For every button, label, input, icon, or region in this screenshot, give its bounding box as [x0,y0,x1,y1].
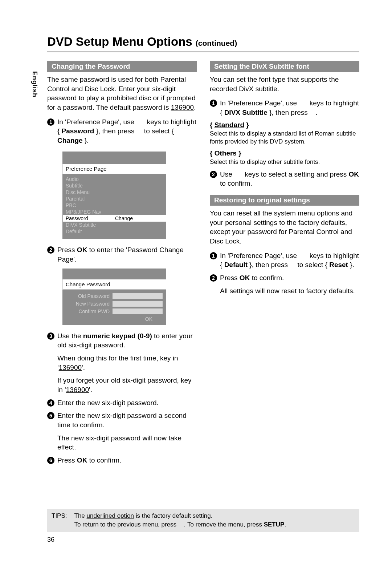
change-password-mockup: Change Password Old Password New Passwor… [62,269,166,325]
ui-titlebar-bg [62,152,166,164]
step-5: 5 Enter the new six-digit password a sec… [47,411,197,429]
pw-body: Old Password New Password Confirm PWD OK [62,290,166,325]
list-item: DIVX Subtitle [63,222,112,228]
list-item: Audio [63,176,112,182]
step-bullet-4: 4 [47,399,54,407]
list-item: Subtitle [63,182,112,189]
ui-list: Audio Subtitle Disc Menu Parental PBC MP… [62,174,166,239]
default-password: 136900 [171,104,194,111]
tips-label: TIPS: [52,512,67,529]
intro-paragraph: The same password is used for both Paren… [47,75,197,112]
step-6: 6 Press OK to confirm. [47,456,197,465]
step-bullet-1: 1 [210,252,217,259]
list-item: PBC [63,202,112,209]
list-item-selected: Password [63,215,112,222]
divx-intro: You can set the font type that supports … [210,75,359,93]
step-bullet-3: 3 [47,332,54,340]
pw-field [113,301,163,307]
pw-field [113,308,163,314]
step-3-sub1: When doing this for the first time, key … [57,354,197,372]
right-column: Setting the DivX Subtitle font You can s… [210,61,359,468]
step-1: 1 In 'Preference Page', use keys to high… [47,117,197,145]
preference-page-mockup: Preference Page Audio Subtitle Disc Menu… [62,152,166,239]
option-others-desc: Select this to display other subtitle fo… [210,158,359,166]
section-changing-password: Changing the Password [47,61,197,72]
option-standard-desc: Select this to display a standard list o… [210,130,359,146]
step-bullet-2: 2 [47,246,54,254]
pw-label: Confirm PWD [66,308,110,314]
step-4: 4 Enter the new six-digit password. [47,398,197,408]
step-bullet-2: 2 [210,274,217,282]
pw-ok-label: OK [66,316,163,323]
pw-titlebar-bg [62,269,166,279]
step-2: 2 Press OK to enter the 'Password Change… [47,245,197,264]
list-item: Disc Menu [63,189,112,195]
pw-title: Change Password [62,279,166,290]
page-content: DVD Setup Menu Options (continued) Chang… [0,0,392,490]
step-3-sub2: If you forget your old six-digit passwor… [57,376,197,394]
list-item: Default [63,228,112,235]
pw-label: Old Password [66,293,110,299]
restore-step-2: 2 Press OK to confirm. [210,273,359,283]
pw-field [113,293,163,299]
list-item: MP3/JPEG Nav [63,209,112,215]
list-item: Parental [63,195,112,202]
language-tab: English [31,71,38,97]
section-divx-subtitle: Setting the DivX Subtitle font [210,61,359,72]
step-bullet-1: 1 [47,118,54,126]
title-continued: (continued) [196,39,237,47]
step-bullet-1: 1 [210,100,217,107]
step-3: 3 Use the numeric keypad (0-9) to enter … [47,331,197,350]
left-column: Changing the Password The same password … [47,61,197,468]
tips-content: The underlined option is the factory def… [74,512,355,529]
page-title: DVD Setup Menu Options (continued) [47,35,359,49]
pw-label: New Password [66,301,110,307]
step-bullet-5: 5 [47,412,54,419]
option-others: { Others } [210,149,359,157]
restore-intro: You can reset all the system menu option… [210,209,359,246]
option-standard: { Standard } [210,121,359,129]
page-number: 36 [47,536,54,544]
restore-step-2-sub: All settings will now reset to factory d… [220,286,359,296]
step-bullet-6: 6 [47,457,54,464]
divx-step-1: 1 In 'Preference Page', use keys to high… [210,98,359,117]
restore-step-1: 1 In 'Preference Page', use keys to high… [210,251,359,270]
step-5-sub: The new six-digit password will now take… [57,433,197,452]
step-bullet-2: 2 [210,171,217,178]
title-main: DVD Setup Menu Options [47,35,192,48]
list-value: Change [112,215,166,222]
tips-box: TIPS: The underlined option is the facto… [47,509,359,532]
title-rule [47,52,359,52]
section-restoring: Restoring to original settings [210,195,359,206]
ui-title: Preference Page [62,164,166,174]
divx-step-2: 2 Use keys to select a setting and press… [210,170,359,188]
